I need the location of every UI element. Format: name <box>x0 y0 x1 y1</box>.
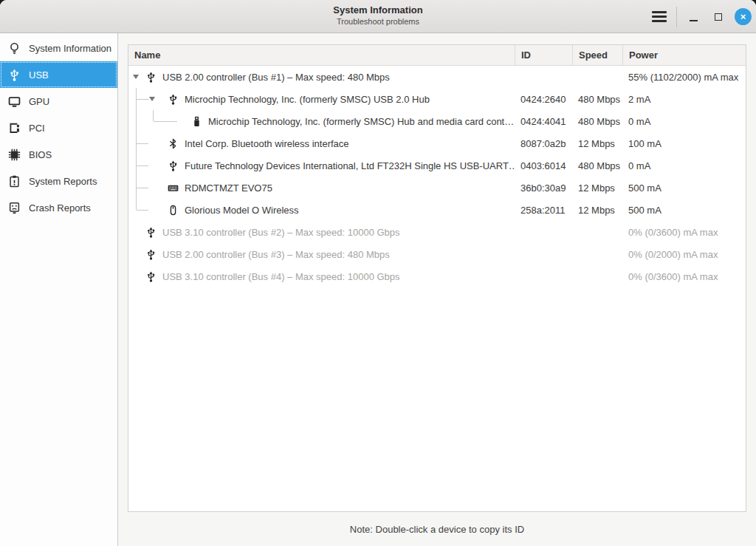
device-name-cell: Microchip Technology, Inc. (formerly SMS… <box>128 110 515 132</box>
sidebar-item-gpu[interactable]: GPU <box>0 88 117 115</box>
device-speed: 12 Mbps <box>572 199 622 221</box>
pci-card-icon <box>7 121 21 134</box>
tree-line <box>136 177 137 199</box>
usb-stick-icon <box>190 115 202 127</box>
sidebar-item-label: System Information <box>29 43 111 54</box>
tree-line <box>137 143 148 144</box>
device-power: 100 mA <box>622 132 746 154</box>
tree-line <box>154 121 177 122</box>
sidebar-item-bios[interactable]: BIOS <box>0 141 117 168</box>
device-name: USB 3.10 controller (Bus #2) – Max speed… <box>162 227 400 238</box>
window-subtitle: Troubleshoot problems <box>0 16 756 27</box>
table-row[interactable]: Microchip Technology, Inc. (formerly SMS… <box>128 110 746 132</box>
device-name: Future Technology Devices International,… <box>185 160 515 171</box>
device-name: Glorious Model O Wireless <box>185 205 299 216</box>
column-header-id[interactable]: ID <box>515 45 572 65</box>
device-name: Microchip Technology, Inc. (formerly SMS… <box>208 116 514 127</box>
device-name: USB 2.00 controller (Bus #1) – Max speed… <box>162 72 390 83</box>
device-name: USB 2.00 controller (Bus #3) – Max speed… <box>162 249 390 260</box>
table-row[interactable]: USB 3.10 controller (Bus #2) – Max speed… <box>128 221 746 243</box>
titlebar-title-block: System Information Troubleshoot problems <box>0 4 756 27</box>
table-row[interactable]: USB 2.00 controller (Bus #1) – Max speed… <box>128 66 746 88</box>
tree-line <box>153 110 154 121</box>
device-id <box>515 66 572 88</box>
device-power: 500 mA <box>622 177 746 199</box>
device-name-cell: Glorious Model O Wireless <box>128 199 515 221</box>
device-name: Microchip Technology, Inc. (formerly SMS… <box>185 94 430 105</box>
usb-icon <box>145 270 157 282</box>
expander-icon[interactable] <box>149 97 155 101</box>
expander-icon[interactable] <box>133 75 139 79</box>
close-button[interactable]: × <box>735 8 752 25</box>
device-id: 36b0:30a9 <box>515 177 572 199</box>
lightbulb-icon <box>7 41 21 55</box>
minimize-button[interactable] <box>684 7 702 27</box>
table-row[interactable]: Microchip Technology, Inc. (formerly SMS… <box>128 88 746 110</box>
device-name-cell: Intel Corp. Bluetooth wireless interface <box>128 132 515 154</box>
monitor-icon <box>7 95 21 108</box>
device-speed: 480 Mbps <box>572 154 622 177</box>
device-power: 0 mA <box>622 110 746 132</box>
device-speed <box>572 265 622 287</box>
device-id <box>515 265 572 287</box>
footer-note: Note: Double-click a device to copy its … <box>350 524 524 535</box>
table-body: USB 2.00 controller (Bus #1) – Max speed… <box>128 66 746 511</box>
table-row[interactable]: Glorious Model O Wireless 258a:2011 12 M… <box>128 199 746 221</box>
device-id: 0424:4041 <box>515 110 572 132</box>
keyboard-icon <box>167 182 179 194</box>
column-header-name[interactable]: Name <box>128 45 515 65</box>
device-name-cell: Future Technology Devices International,… <box>128 154 515 177</box>
sidebar-item-system-information[interactable]: System Information <box>0 35 117 61</box>
tree-line <box>137 165 148 166</box>
hamburger-menu-button[interactable] <box>650 7 669 27</box>
device-power: 500 mA <box>622 199 746 221</box>
refresh-button[interactable] <box>10 7 29 26</box>
sidebar-item-label: Crash Reports <box>29 202 91 214</box>
device-power: 0% (0/3600) mA max <box>622 221 746 243</box>
device-speed: 480 Mbps <box>572 88 622 110</box>
maximize-button[interactable] <box>709 7 727 27</box>
device-name-cell: Microchip Technology, Inc. (formerly SMS… <box>128 88 515 110</box>
titlebar: System Information Troubleshoot problems… <box>0 0 756 33</box>
sidebar-item-crash-reports[interactable]: Crash Reports <box>0 194 117 221</box>
tree-line <box>137 188 148 188</box>
sidebar-item-usb[interactable]: USB <box>0 61 117 88</box>
sidebar: System Information USB GPU PCI BIOS Syst… <box>0 33 118 546</box>
sidebar-item-label: PCI <box>29 123 45 134</box>
minimize-icon <box>690 19 698 21</box>
main-panel: Name ID Speed Power USB 2.00 controller … <box>118 33 756 546</box>
device-id <box>515 221 572 243</box>
sidebar-item-label: System Reports <box>29 176 97 187</box>
sidebar-item-label: USB <box>29 69 49 81</box>
device-id <box>515 243 572 265</box>
close-icon: × <box>740 12 746 21</box>
window-controls: × <box>650 0 752 33</box>
bluetooth-icon <box>167 137 179 149</box>
device-id: 0403:6014 <box>515 154 572 177</box>
tree-line <box>137 210 148 211</box>
device-speed <box>572 66 622 88</box>
device-power: 0% (0/2000) mA max <box>622 243 746 265</box>
sidebar-item-system-reports[interactable]: System Reports <box>0 168 117 194</box>
table-row[interactable]: Future Technology Devices International,… <box>128 154 746 177</box>
table-row[interactable]: USB 2.00 controller (Bus #3) – Max speed… <box>128 243 746 265</box>
device-name-cell: USB 2.00 controller (Bus #1) – Max speed… <box>128 66 515 88</box>
table-row[interactable]: RDMCTMZT EVO75 36b0:30a9 12 Mbps 500 mA <box>128 177 746 199</box>
table-row[interactable]: USB 3.10 controller (Bus #4) – Max speed… <box>128 265 746 287</box>
device-name-cell: USB 3.10 controller (Bus #4) – Max speed… <box>128 265 515 287</box>
crash-face-icon <box>7 201 21 214</box>
usb-icon <box>167 93 179 105</box>
tree-line <box>136 199 137 210</box>
sidebar-item-pci[interactable]: PCI <box>0 115 117 141</box>
tree-line <box>136 154 137 177</box>
device-name-cell: USB 2.00 controller (Bus #3) – Max speed… <box>128 243 515 265</box>
column-header-speed[interactable]: Speed <box>572 45 622 65</box>
table-row[interactable]: Intel Corp. Bluetooth wireless interface… <box>128 132 746 154</box>
device-id: 258a:2011 <box>515 199 572 221</box>
device-name: RDMCTMZT EVO75 <box>185 182 272 194</box>
usb-icon <box>7 68 21 81</box>
device-speed: 12 Mbps <box>572 132 622 154</box>
device-speed: 480 Mbps <box>572 110 622 132</box>
usb-icon <box>145 71 157 83</box>
column-header-power[interactable]: Power <box>622 45 746 65</box>
